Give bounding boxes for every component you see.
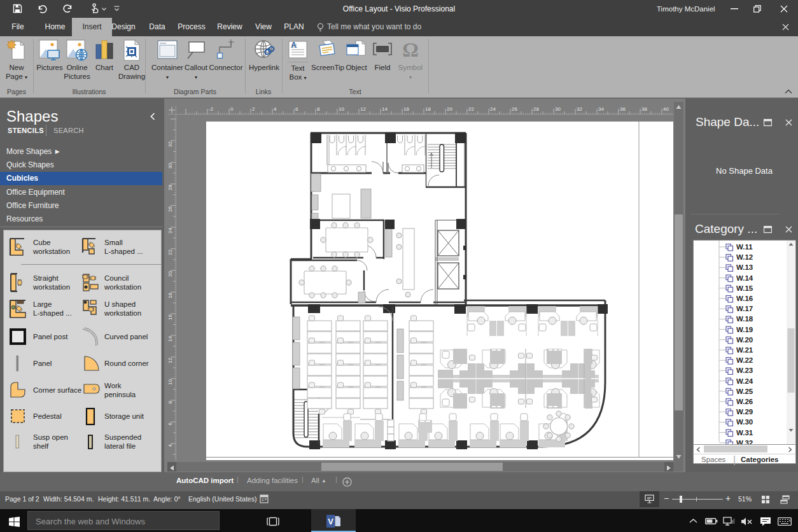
svg-text:20: 20	[167, 270, 173, 276]
svg-text:W.11: W.11	[736, 243, 753, 251]
svg-text:28: 28	[533, 106, 539, 112]
svg-text:12: 12	[167, 357, 173, 363]
svg-text:6: 6	[167, 422, 173, 425]
svg-text:14: 14	[382, 106, 388, 112]
svg-text:8: 8	[317, 106, 320, 112]
svg-text:W.16: W.16	[736, 295, 753, 302]
svg-text:22: 22	[468, 106, 474, 112]
svg-text:30: 30	[167, 162, 173, 168]
svg-text:W.12: W.12	[736, 253, 753, 261]
svg-text:18: 18	[167, 292, 173, 298]
svg-text:4: 4	[167, 444, 173, 447]
svg-text:Ω: Ω	[402, 39, 419, 61]
svg-text:W.29: W.29	[736, 408, 753, 416]
svg-text:W.31: W.31	[736, 429, 753, 437]
svg-text:14: 14	[167, 335, 173, 341]
svg-text:2: 2	[252, 106, 255, 112]
svg-text:26: 26	[167, 206, 173, 211]
svg-text:W.18: W.18	[736, 315, 753, 323]
svg-text:W.26: W.26	[736, 398, 753, 405]
svg-text:W.25: W.25	[736, 388, 753, 395]
svg-text:W.30: W.30	[736, 418, 753, 426]
svg-text:-2: -2	[209, 106, 214, 112]
svg-text:10: 10	[167, 379, 173, 384]
svg-text:W.21: W.21	[736, 346, 753, 354]
svg-text:W.24: W.24	[736, 377, 753, 385]
svg-text:W.19: W.19	[736, 326, 753, 333]
svg-text:38: 38	[641, 106, 647, 112]
svg-text:40: 40	[663, 106, 669, 112]
svg-text:22: 22	[167, 249, 173, 255]
svg-text:30: 30	[555, 106, 561, 112]
svg-text:W.15: W.15	[736, 284, 753, 292]
svg-text:W.20: W.20	[736, 336, 753, 344]
svg-text:W.14: W.14	[736, 274, 753, 282]
svg-text:W.23: W.23	[736, 367, 753, 374]
svg-text:0: 0	[230, 106, 234, 112]
svg-text:26: 26	[512, 106, 517, 112]
svg-text:32: 32	[167, 141, 173, 146]
svg-text:A: A	[291, 41, 297, 50]
svg-text:16: 16	[403, 106, 409, 112]
svg-text:W.22: W.22	[736, 356, 753, 364]
svg-text:8: 8	[167, 400, 173, 403]
svg-text:32: 32	[577, 106, 582, 112]
svg-text:24: 24	[490, 106, 496, 112]
svg-text:V: V	[328, 517, 333, 526]
svg-text:20: 20	[447, 106, 452, 112]
svg-text:18: 18	[425, 106, 431, 112]
svg-text:28: 28	[167, 184, 173, 190]
svg-text:34: 34	[598, 106, 604, 112]
svg-text:6: 6	[295, 106, 298, 112]
svg-text:W.13: W.13	[736, 263, 753, 271]
svg-text:10: 10	[339, 106, 344, 112]
svg-text:16: 16	[167, 314, 173, 319]
svg-text:W.32: W.32	[736, 439, 753, 444]
svg-text:36: 36	[620, 106, 626, 112]
svg-text:W.17: W.17	[736, 305, 753, 312]
svg-text:12: 12	[360, 106, 366, 112]
svg-text:4: 4	[274, 106, 277, 112]
svg-text:24: 24	[167, 227, 173, 233]
